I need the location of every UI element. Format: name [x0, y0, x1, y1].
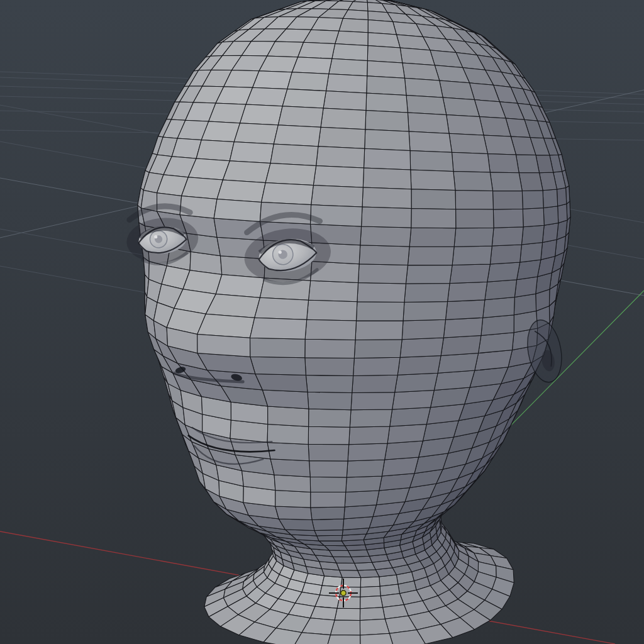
blender-3d-viewport[interactable]: [0, 0, 644, 644]
viewport-canvas[interactable]: [0, 0, 644, 644]
origin-dot: [341, 591, 346, 596]
